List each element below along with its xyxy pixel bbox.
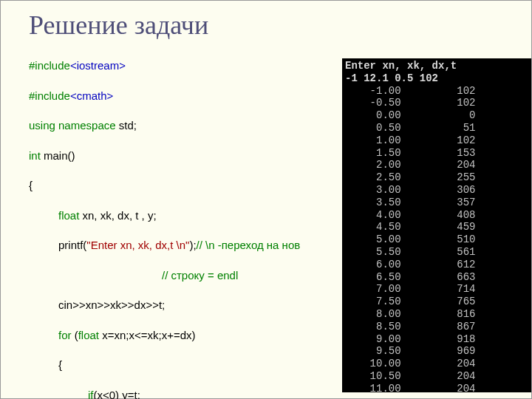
str1: "Enter xn, xk, dx,t \n" [86, 239, 189, 251]
console-output: Enter xn, xk, dx,t -1 12.1 0.5 102 -1.00… [342, 58, 531, 392]
kw-include2: #include [29, 89, 70, 102]
console-input: -1 12.1 0.5 102 [345, 72, 438, 84]
if-body: (x<0) y=t; [94, 389, 140, 399]
txt-main: main() [41, 149, 75, 162]
comment2: // строку = endl [162, 269, 238, 282]
for-body: x=xn;x<=xk;x+=dx) [99, 329, 195, 341]
console-rows: -1.00 102 -0.50 102 0.00 0 0.50 51 1.00 … [345, 85, 475, 392]
vars: xn, xk, dx, t , y; [79, 209, 156, 222]
kw-include: #include [29, 59, 70, 72]
hdr-iostream: <iostream> [70, 59, 126, 72]
comment1: // \n -переход на нов [197, 239, 301, 251]
kw-for: for [58, 329, 72, 341]
kw-using: using namespace [29, 119, 116, 132]
for-paren: ( [72, 329, 78, 341]
slide-title: Решение задачи [29, 10, 531, 41]
hdr-cmath: <cmath> [70, 89, 113, 102]
printf1c: ); [189, 239, 196, 251]
kw-int: int [29, 149, 41, 162]
kw-float2: float [78, 329, 99, 341]
console-prompt: Enter xn, xk, dx,t [345, 60, 457, 72]
txt-std: std; [116, 119, 137, 132]
kw-if: if [88, 389, 94, 399]
kw-float: float [58, 209, 79, 222]
printf1a: printf( [58, 239, 86, 251]
